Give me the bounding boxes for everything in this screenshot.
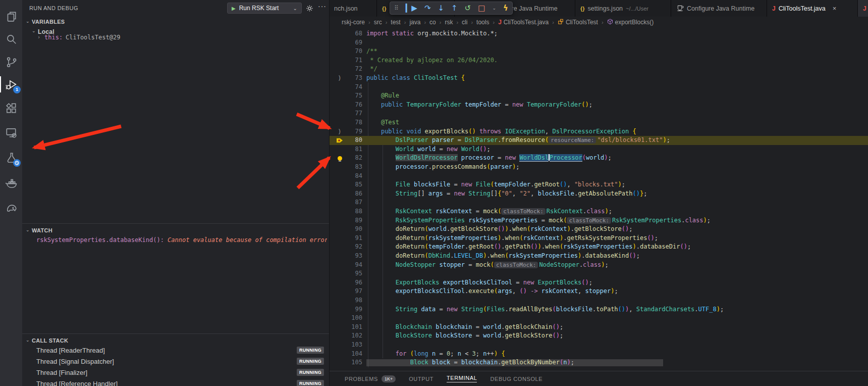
line-number[interactable]: 69 xyxy=(347,39,362,46)
glyph-margin[interactable] xyxy=(334,189,345,199)
line-number[interactable]: 101 xyxy=(347,323,362,330)
source-control-icon[interactable] xyxy=(0,51,22,73)
line-number[interactable]: 91 xyxy=(347,234,362,242)
code-line-103[interactable]: 103 xyxy=(329,341,868,350)
glyph-margin[interactable] xyxy=(334,118,345,127)
breadcrumb-item[interactable]: rskj-core xyxy=(342,19,365,26)
glyph-margin[interactable] xyxy=(334,296,345,305)
code-line-104[interactable]: 104 for (long n = 0; n < 3; n++) { xyxy=(329,350,868,359)
line-number[interactable]: 77 xyxy=(347,110,362,117)
testing-icon[interactable] xyxy=(0,147,22,169)
line-number[interactable]: 90 xyxy=(347,225,362,232)
call-stack-thread-row[interactable]: Thread [Signal Dispatcher]RUNNING xyxy=(22,356,329,367)
code-line-79[interactable]: )79 public void exportBlocks() throws IO… xyxy=(329,127,868,136)
call-stack-thread-row[interactable]: Thread [ReaderThread]RUNNING xyxy=(22,345,329,356)
gear-icon[interactable] xyxy=(306,5,313,14)
code-line-76[interactable]: 76 public TemporaryFolder tempFolder = n… xyxy=(329,101,868,110)
chevron-down-icon[interactable]: ⌄ xyxy=(492,6,496,11)
line-number[interactable]: 85 xyxy=(347,181,362,188)
glyph-margin[interactable] xyxy=(334,323,345,332)
glyph-margin[interactable] xyxy=(334,305,345,314)
watch-section-header[interactable]: ⌄ WATCH xyxy=(22,225,329,235)
code-line-69[interactable]: 69 xyxy=(329,38,868,47)
panel-tab-output[interactable]: OUTPUT xyxy=(409,376,433,382)
line-number[interactable]: 70 xyxy=(347,47,362,55)
line-number[interactable]: 80 xyxy=(347,136,362,143)
continue-icon[interactable]: ▎▶ xyxy=(406,5,417,12)
code-line-102[interactable]: 102 BlockStore blockStore = world.getBlo… xyxy=(329,331,868,341)
line-number[interactable]: 97 xyxy=(347,287,362,295)
glyph-margin[interactable] xyxy=(334,287,345,296)
line-number[interactable]: 82 xyxy=(347,154,362,161)
code-line-84[interactable]: 84 xyxy=(329,172,868,181)
code-line-87[interactable]: 87 xyxy=(329,198,868,207)
glyph-margin[interactable] xyxy=(334,358,345,367)
breadcrumb-item[interactable]: co xyxy=(429,19,436,26)
explorer-icon[interactable] xyxy=(0,5,22,27)
search-icon[interactable] xyxy=(0,28,22,50)
line-number[interactable]: 72 xyxy=(347,65,362,72)
glyph-margin[interactable] xyxy=(334,47,345,56)
breadcrumb-item[interactable]: tools xyxy=(476,19,489,26)
breadcrumb-item[interactable]: src xyxy=(374,19,382,26)
glyph-margin[interactable] xyxy=(334,314,345,323)
step-over-icon[interactable]: ↷ xyxy=(424,5,431,12)
code-line-97[interactable]: 97 exportBlocksCliTool.execute(args, () … xyxy=(329,287,868,296)
panel-tab-terminal[interactable]: TERMINAL xyxy=(447,375,477,382)
line-number[interactable]: 94 xyxy=(347,261,362,268)
glyph-margin[interactable] xyxy=(334,145,345,154)
current-execution-pointer-icon[interactable] xyxy=(334,136,345,145)
line-number[interactable]: 83 xyxy=(347,163,362,170)
glyph-margin[interactable] xyxy=(334,65,345,74)
code-line-80[interactable]: 80 DslParser parser = DslParser.fromReso… xyxy=(329,136,868,145)
line-number[interactable]: 93 xyxy=(347,252,362,259)
glyph-margin[interactable] xyxy=(334,331,345,341)
line-number[interactable]: 92 xyxy=(347,243,362,250)
line-number[interactable]: 75 xyxy=(347,92,362,99)
line-number[interactable]: 88 xyxy=(347,208,362,215)
fold-icon[interactable]: ) xyxy=(334,74,345,83)
code-line-72[interactable]: 72 */ xyxy=(329,65,868,74)
glyph-margin[interactable] xyxy=(334,225,345,234)
line-number[interactable]: 87 xyxy=(347,199,362,206)
line-number[interactable]: 76 xyxy=(347,101,362,108)
glyph-margin[interactable] xyxy=(334,261,345,270)
code-line-86[interactable]: 86 String[] args = new String[]{"0", "2"… xyxy=(329,189,868,199)
extensions-icon[interactable] xyxy=(0,97,22,119)
glyph-margin[interactable] xyxy=(334,341,345,350)
code-line-88[interactable]: 88 RskContext rskContext = mock(classToM… xyxy=(329,207,868,216)
code-line-71[interactable]: 71 * Created by ajlopez on 26/04/2020. xyxy=(329,56,868,65)
code-line-70[interactable]: 70/** xyxy=(329,47,868,56)
code-line-78[interactable]: 78 @Test xyxy=(329,118,868,127)
code-line-100[interactable]: 100 xyxy=(329,314,868,323)
glyph-margin[interactable] xyxy=(334,243,345,252)
code-line-105[interactable]: 105 Block block = blockchain.getBlockByN… xyxy=(329,358,868,367)
line-number[interactable]: 98 xyxy=(347,297,362,304)
variable-row-this[interactable]: › this: CliToolsTest@29 xyxy=(22,33,329,43)
step-out-icon[interactable]: ↑ xyxy=(451,5,458,12)
line-number[interactable]: 96 xyxy=(347,279,362,286)
line-number[interactable]: 79 xyxy=(347,128,362,135)
code-line-95[interactable]: 95 xyxy=(329,269,868,278)
variables-section-header[interactable]: ⌄ VARIABLES xyxy=(22,17,329,27)
line-number[interactable]: 86 xyxy=(347,190,362,197)
remote-explorer-icon[interactable] xyxy=(0,121,22,143)
glyph-margin[interactable] xyxy=(334,278,345,287)
lightbulb-icon[interactable] xyxy=(334,154,345,163)
editor-tab-configure-java-runtime[interactable]: Configure Java Runtime xyxy=(671,0,767,17)
restart-icon[interactable]: ↺ xyxy=(465,5,471,12)
breadcrumb-item[interactable]: cli xyxy=(462,19,467,26)
code-line-73[interactable]: )73public class CliToolsTest { xyxy=(329,74,868,83)
step-into-icon[interactable]: ↓ xyxy=(438,5,444,12)
glyph-margin[interactable] xyxy=(334,252,345,261)
code-line-98[interactable]: 98 xyxy=(329,296,868,305)
glyph-margin[interactable] xyxy=(334,216,345,225)
breadcrumb-item[interactable]: JCliToolsTest.java xyxy=(498,19,549,26)
line-number[interactable]: 73 xyxy=(347,74,362,81)
line-number[interactable]: 99 xyxy=(347,306,362,313)
line-number[interactable]: 95 xyxy=(347,270,362,277)
call-stack-section-header[interactable]: ⌄ CALL STACK xyxy=(22,335,329,346)
line-number[interactable]: 103 xyxy=(347,341,362,348)
line-number[interactable]: 81 xyxy=(347,146,362,153)
panel-tab-problems[interactable]: PROBLEMS1K+ xyxy=(345,375,396,382)
